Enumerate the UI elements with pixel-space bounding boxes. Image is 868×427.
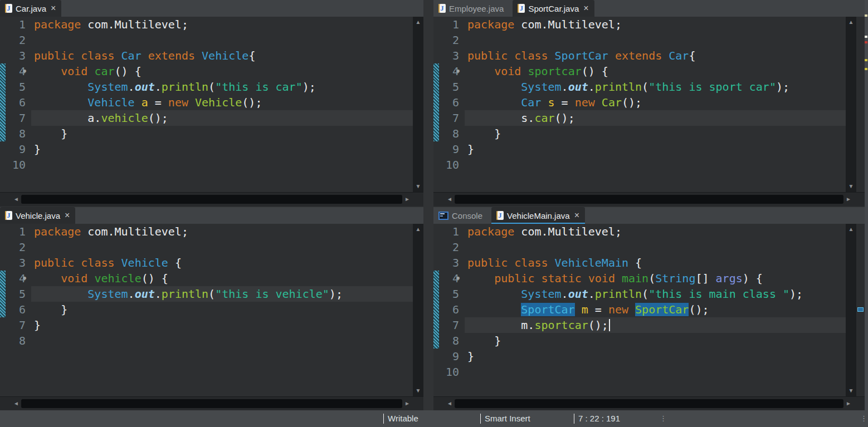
tab-vehiclemain-java[interactable]: JVehicleMain.java× (491, 207, 585, 224)
horizontal-scrollbar[interactable]: ◄ ► (0, 192, 423, 206)
close-icon[interactable]: × (583, 4, 589, 12)
code-line[interactable]: } (467, 141, 846, 157)
scroll-up-icon[interactable]: ▲ (846, 225, 856, 234)
tab-console[interactable]: Console (433, 207, 491, 224)
code-line[interactable]: } (467, 126, 846, 141)
tab-car-java[interactable]: JCar.java× (0, 0, 61, 17)
scroll-up-icon[interactable]: ▲ (413, 18, 423, 27)
scroll-down-icon[interactable]: ▼ (846, 182, 856, 191)
code-line[interactable]: a.vehicle(); (31, 110, 413, 126)
horizontal-scroll-thumb[interactable] (455, 195, 843, 204)
minimized-view-marker (865, 68, 867, 70)
scroll-left-icon[interactable]: ◄ (446, 397, 453, 410)
code-line[interactable]: package com.Multilevel; (34, 224, 413, 239)
code-line[interactable]: Vehicle a = new Vehicle(); (34, 95, 413, 110)
vertical-scrollbar[interactable]: ▲ ▼ (846, 224, 856, 396)
code-line[interactable] (467, 364, 846, 380)
quickdiff-ruler[interactable] (0, 17, 6, 192)
scroll-left-icon[interactable]: ◄ (12, 397, 20, 410)
code-line[interactable]: void sportcar() { (467, 63, 846, 79)
code-line[interactable]: System.out.println("this is car"); (34, 79, 413, 95)
line-number: 10 (439, 364, 459, 380)
scroll-down-icon[interactable]: ▼ (846, 386, 856, 395)
tab-sportcar-java[interactable]: JSportCar.java× (513, 0, 594, 17)
line-number: 8 (6, 333, 26, 349)
code-line[interactable] (467, 157, 846, 173)
scroll-up-icon[interactable]: ▲ (413, 225, 423, 234)
quickdiff-ruler[interactable] (433, 17, 439, 192)
scroll-right-icon[interactable]: ► (845, 193, 852, 206)
statusbar-drag-handle-icon[interactable]: ⋮ (860, 410, 868, 427)
code-line[interactable]: } (34, 126, 413, 141)
code-line[interactable]: void car() { (34, 63, 413, 79)
code-line[interactable]: } (467, 349, 846, 364)
line-number-ruler[interactable]: 1234●5678910 (439, 224, 465, 396)
scroll-left-icon[interactable]: ◄ (446, 193, 453, 206)
overview-ruler[interactable] (856, 224, 865, 396)
vertical-scrollbar[interactable]: ▲ ▼ (413, 17, 423, 192)
code-line[interactable] (467, 239, 846, 255)
scroll-left-icon[interactable]: ◄ (12, 193, 20, 206)
horizontal-scroll-thumb[interactable] (21, 399, 402, 408)
code-area[interactable]: package com.Multilevel;public class Car … (31, 17, 413, 192)
code-line[interactable]: package com.Multilevel; (467, 224, 846, 239)
code-line[interactable]: System.out.println("this is sport car"); (467, 79, 846, 95)
code-line[interactable]: public class SportCar extends Car{ (467, 48, 846, 63)
scroll-up-icon[interactable]: ▲ (846, 18, 856, 27)
code-line[interactable] (467, 32, 846, 48)
vertical-scrollbar[interactable]: ▲ ▼ (413, 224, 423, 396)
quickdiff-ruler[interactable] (433, 224, 439, 396)
code-area[interactable]: package com.Multilevel;public class Vehi… (31, 224, 413, 396)
code-line[interactable]: System.out.println("this is main class "… (467, 286, 846, 302)
horizontal-scrollbar[interactable]: ◄ ► (0, 396, 423, 410)
close-icon[interactable]: × (50, 4, 56, 12)
scroll-right-icon[interactable]: ► (403, 397, 411, 410)
code-line[interactable]: } (467, 333, 846, 349)
statusbar-drag-handle-icon[interactable]: ⋮ (660, 410, 667, 427)
code-line[interactable]: package com.Multilevel; (467, 17, 846, 32)
code-line[interactable]: public static void main(String[] args) { (467, 271, 846, 286)
quickdiff-ruler[interactable] (0, 224, 6, 396)
horizontal-scroll-thumb[interactable] (455, 399, 843, 408)
overview-ruler[interactable] (856, 17, 865, 192)
line-number-ruler[interactable]: 1234●5678910 (439, 17, 465, 192)
code-line[interactable] (34, 157, 413, 173)
line-number-ruler[interactable]: 1234●5678910 (6, 17, 31, 192)
close-icon[interactable]: × (64, 212, 70, 219)
code-area[interactable]: package com.Multilevel;public class Vehi… (465, 224, 846, 396)
code-line[interactable]: public class VehicleMain { (467, 255, 846, 271)
occurrence-marker[interactable] (857, 307, 864, 312)
code-line[interactable]: public class Car extends Vehicle{ (34, 48, 413, 63)
code-line[interactable] (34, 239, 413, 255)
code-line[interactable]: s.car(); (465, 110, 846, 126)
code-line[interactable]: void vehicle() { (34, 271, 413, 286)
code-line[interactable]: SportCar m = new SportCar(); (467, 302, 846, 317)
code-line[interactable] (34, 32, 413, 48)
editor-pane-bottom-right: ConsoleJVehicleMain.java× 1234●5678910 p… (433, 206, 865, 410)
code-line[interactable]: System.out.println("this is vehicle"); (31, 286, 413, 302)
horizontal-scrollbar[interactable]: ◄ ► (433, 192, 865, 206)
tab-vehicle-java[interactable]: JVehicle.java× (0, 207, 75, 224)
code-line[interactable] (34, 333, 413, 349)
tab-employee-java[interactable]: JEmployee.java (433, 0, 513, 17)
code-line[interactable]: } (34, 141, 413, 157)
scroll-right-icon[interactable]: ► (845, 397, 852, 410)
tab-label: VehicleMain.java (507, 211, 570, 220)
line-number: 8 (439, 333, 459, 349)
horizontal-scroll-thumb[interactable] (21, 195, 402, 204)
code-line[interactable]: m.sportcar(); (465, 317, 846, 333)
tab-label: Vehicle.java (16, 211, 60, 220)
horizontal-scrollbar[interactable]: ◄ ► (433, 396, 865, 410)
vertical-scrollbar[interactable]: ▲ ▼ (846, 17, 856, 192)
code-line[interactable]: public class Vehicle { (34, 255, 413, 271)
code-area[interactable]: package com.Multilevel;public class Spor… (465, 17, 846, 192)
line-number-ruler[interactable]: 1234●5678 (6, 224, 31, 396)
code-line[interactable]: } (34, 317, 413, 333)
code-line[interactable]: } (34, 302, 413, 317)
code-line[interactable]: package com.Multilevel; (34, 17, 413, 32)
code-line[interactable]: Car s = new Car(); (467, 95, 846, 110)
scroll-down-icon[interactable]: ▼ (413, 182, 423, 191)
scroll-down-icon[interactable]: ▼ (413, 386, 423, 395)
close-icon[interactable]: × (574, 212, 580, 219)
scroll-right-icon[interactable]: ► (403, 193, 411, 206)
